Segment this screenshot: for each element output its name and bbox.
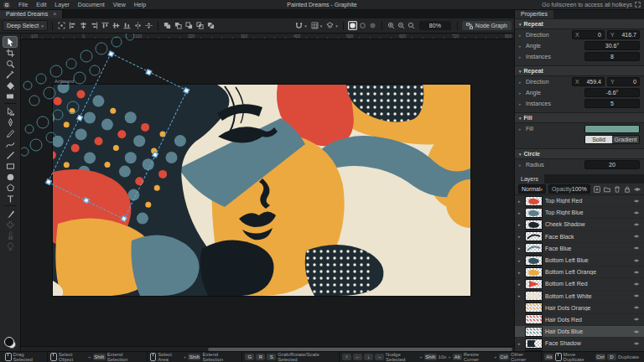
boolean-subtract-back-icon[interactable] — [184, 21, 194, 30]
gradient-button[interactable]: Gradient — [612, 136, 639, 143]
solid-button[interactable]: Solid — [585, 136, 612, 143]
layer-expand-icon[interactable]: ▸ — [518, 222, 522, 227]
layer-expand-icon[interactable]: ▸ — [518, 246, 522, 251]
selection-handle[interactable] — [107, 50, 114, 57]
artboard-tool[interactable] — [3, 48, 17, 58]
artboard-label[interactable]: Artboard — [55, 79, 74, 84]
fill-tool[interactable] — [3, 80, 17, 90]
direction-y-field[interactable]: Y0 — [607, 77, 640, 86]
layer-visibility-icon[interactable] — [632, 233, 641, 240]
section-header-circle[interactable]: ▾Circle — [515, 148, 644, 159]
blend-mode-dropdown[interactable]: Normal ▾ — [518, 184, 546, 194]
rectangle-tool[interactable] — [3, 161, 17, 171]
boolean-intersect-icon[interactable] — [195, 21, 205, 30]
overlays-dropdown[interactable]: ▾ — [325, 21, 339, 30]
view-pixels-button[interactable] — [368, 21, 377, 30]
tab-layers[interactable]: Layers — [515, 174, 544, 184]
angle-field[interactable]: 30.6° — [584, 41, 640, 50]
flip-horizontal-icon[interactable] — [133, 21, 143, 30]
grid-dropdown[interactable]: ▾ — [309, 21, 324, 30]
zoom-reset-icon[interactable] — [407, 21, 416, 30]
radius-field[interactable]: 20 — [584, 160, 640, 169]
viewport-canvas[interactable]: -1000100200300400500600700800 Artboard — [21, 34, 514, 352]
section-header-repeat-2[interactable]: ▾Repeat — [515, 65, 644, 76]
new-layer-icon[interactable] — [593, 185, 601, 194]
selection-mode-dropdown[interactable]: Deep Select ▾ — [3, 20, 48, 31]
delete-layer-icon[interactable] — [613, 185, 621, 194]
direction-y-field[interactable]: Y416.7 — [607, 30, 640, 39]
new-folder-icon[interactable] — [603, 185, 611, 194]
align-center-v-icon[interactable] — [112, 21, 121, 30]
opacity-field[interactable]: Opacity 100% — [548, 184, 590, 194]
align-right-icon[interactable] — [90, 21, 99, 30]
chevron-right-icon[interactable]: ▸ — [519, 33, 523, 38]
align-center-h-icon[interactable] — [79, 21, 88, 30]
navigate-tool[interactable] — [3, 59, 17, 69]
section-header-repeat-1[interactable]: ▾Repeat — [515, 18, 644, 29]
view-normal-button[interactable] — [348, 21, 357, 30]
layer-expand-icon[interactable]: ▸ — [518, 210, 522, 215]
layer-visibility-icon[interactable] — [632, 292, 641, 300]
zoom-out-icon[interactable] — [397, 21, 406, 30]
section-header-fill[interactable]: ▾Fill — [515, 112, 644, 123]
menu-item-view[interactable]: View — [109, 2, 130, 8]
freehand-tool[interactable] — [3, 128, 17, 138]
primary-color-swatch[interactable] — [4, 337, 14, 347]
layer-row-bottom-left-blue[interactable]: ▸Bottom Left Blue — [515, 255, 644, 266]
chevron-right-icon[interactable]: ▸ — [519, 90, 523, 96]
zoom-in-icon[interactable] — [387, 21, 396, 30]
fullscreen-hint[interactable]: Go fullscreen to access all hotkeys — [542, 2, 641, 8]
layer-visibility-icon[interactable] — [632, 197, 641, 204]
layer-row-hair-dots-red[interactable]: Hair Dots Red — [515, 314, 644, 326]
layer-row-cheek-shadow[interactable]: ▸Cheek Shadow — [515, 219, 644, 230]
layer-expand-icon[interactable]: ▸ — [518, 199, 522, 204]
text-tool[interactable] — [3, 194, 17, 204]
polygon-tool[interactable] — [3, 183, 17, 193]
align-top-icon[interactable] — [101, 21, 110, 30]
brush-tool[interactable] — [3, 209, 17, 219]
path-tool[interactable] — [3, 106, 17, 116]
layer-visibility-icon[interactable] — [632, 304, 641, 312]
layer-visibility-icon[interactable] — [632, 339, 641, 347]
chevron-right-icon[interactable]: ▸ — [519, 163, 523, 168]
boolean-union-icon[interactable] — [163, 21, 172, 30]
angle-field[interactable]: -6.6° — [584, 88, 640, 97]
ellipse-tool[interactable] — [3, 172, 17, 182]
snapping-dropdown[interactable]: ▾ — [293, 21, 308, 30]
chevron-right-icon[interactable]: ▸ — [519, 44, 523, 49]
layer-row-face-shadow[interactable]: ▸Face Shadow — [515, 338, 644, 349]
layer-expand-icon[interactable]: ▸ — [518, 258, 522, 263]
line-tool[interactable] — [3, 150, 17, 160]
instances-field[interactable]: 5 — [584, 99, 640, 108]
menu-item-layer[interactable]: Layer — [50, 2, 74, 8]
layer-visibility-icon[interactable] — [632, 245, 641, 252]
align-left-icon[interactable] — [68, 21, 77, 30]
direction-x-field[interactable]: X459.4 — [572, 77, 605, 86]
flip-vertical-icon[interactable] — [144, 21, 153, 30]
tab-close-icon[interactable]: × — [53, 11, 56, 17]
document-tab[interactable]: Painted Dreams × — [0, 9, 63, 18]
pen-tool[interactable] — [3, 117, 17, 127]
tab-properties[interactable]: Properties — [515, 9, 553, 18]
layer-expand-icon[interactable]: ▸ — [518, 270, 522, 275]
boolean-subtract-front-icon[interactable] — [174, 21, 183, 30]
layer-row-top-right-red[interactable]: ▸Top Right Red — [515, 195, 644, 207]
lock-layer-icon[interactable] — [623, 185, 631, 194]
selection-handle[interactable] — [145, 69, 152, 75]
selection-handle[interactable] — [45, 178, 52, 185]
layer-visibility-icon[interactable] — [632, 280, 641, 287]
select-tool[interactable] — [3, 37, 17, 47]
menu-item-edit[interactable]: Edit — [32, 2, 50, 8]
layer-expand-icon[interactable]: ▸ — [518, 282, 522, 287]
zoom-level-field[interactable]: 80% — [419, 21, 451, 30]
layer-visibility-icon[interactable] — [632, 328, 641, 335]
layer-row-top-right-blue[interactable]: ▸Top Right Blue — [515, 207, 644, 219]
working-colors[interactable] — [4, 337, 16, 349]
layer-row-hair-dots-orange[interactable]: Hair Dots Orange — [515, 303, 644, 314]
align-bottom-icon[interactable] — [122, 21, 132, 30]
layer-expand-icon[interactable]: ▸ — [518, 234, 522, 239]
layer-row-bottom-left-red[interactable]: ▸Bottom Left Red — [515, 278, 644, 290]
layer-visibility-icon[interactable] — [632, 256, 641, 264]
boolean-difference-icon[interactable] — [206, 21, 216, 30]
instances-field[interactable]: 8 — [584, 52, 640, 61]
